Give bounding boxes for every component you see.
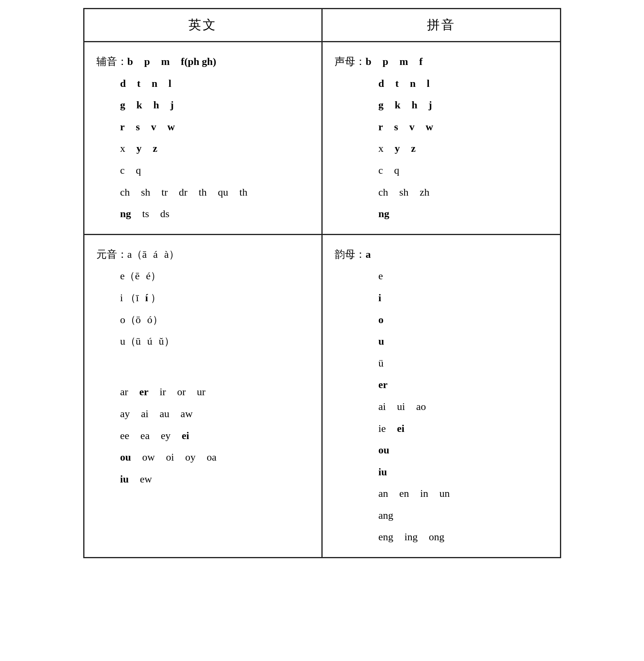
z: z <box>153 143 158 154</box>
pm-f: f <box>419 56 423 67</box>
shengmu-line5: xyz <box>335 138 548 160</box>
y: y <box>137 143 142 154</box>
shengmu-line7: chshzh <box>335 182 548 204</box>
ym-an: an <box>378 488 388 499</box>
vowel-line-ou: ouowoioyoa <box>96 447 310 469</box>
yunmu-line6: ü <box>335 353 548 375</box>
ym-ui: ui <box>397 401 405 412</box>
ym-e: e <box>378 270 383 282</box>
x: x <box>120 143 125 154</box>
r: r <box>120 121 125 133</box>
c: c <box>120 165 125 176</box>
tr: tr <box>161 186 168 198</box>
consonants-line3: gkhj <box>96 94 310 116</box>
ev-u: u（ūúŭ） <box>120 335 174 347</box>
pm-j: j <box>429 99 432 111</box>
h: h <box>153 99 159 111</box>
consonants-line4: rsvw <box>96 116 310 138</box>
yunmu-line-ang: ang <box>335 505 548 527</box>
vowel-line4: o（ōó） <box>96 309 310 331</box>
header-pinyin: 拼音 <box>323 9 560 41</box>
j: j <box>170 99 174 111</box>
ev-or: or <box>177 386 186 398</box>
pm-t: t <box>395 78 399 89</box>
pm-b: b <box>366 56 371 67</box>
ev-iu: iu <box>120 473 129 485</box>
english-vowels-cell: 元音：a（āáà） e（ēé） i （īí ） o（ōó） u（ūúŭ） are… <box>84 235 323 557</box>
consonants-row: 辅音：bpmf(ph gh) dtnl gkhj rsvw xyz cq chs… <box>84 42 560 235</box>
shengmu-line8: ng <box>335 203 548 225</box>
ym-eng: eng <box>378 531 393 543</box>
ym-ei: ei <box>397 423 405 434</box>
pm-h: h <box>411 99 417 111</box>
pm-x: x <box>378 143 384 154</box>
consonants-line6: cq <box>96 160 310 182</box>
b: b <box>127 56 133 67</box>
ym-ou: ou <box>378 444 389 456</box>
ym-iu: iu <box>378 466 387 478</box>
ev-oa: oa <box>207 451 217 463</box>
vowel-line-ee: eeeaeyei <box>96 425 310 447</box>
pinyin-vowels-cell: 韵母：a e i o u ü er aiuiao <box>323 235 560 557</box>
pm-s: s <box>394 121 398 133</box>
pm-q: q <box>394 165 399 176</box>
ev-ew: ew <box>140 473 152 485</box>
dr: dr <box>179 186 188 198</box>
shengmu-line3: gkhj <box>335 94 548 116</box>
yunmu-line5: u <box>335 331 548 353</box>
pm-w: w <box>426 121 433 133</box>
shengmu-line6: cq <box>335 160 548 182</box>
k: k <box>137 99 142 111</box>
ev-ar: ar <box>120 386 128 398</box>
pm-sh: sh <box>399 186 409 198</box>
g: g <box>120 99 125 111</box>
ym-ong: ong <box>429 531 444 543</box>
yunmu-line7: er <box>335 374 548 396</box>
yunmu-line-ie: ieei <box>335 418 548 440</box>
th2: th <box>239 186 247 198</box>
consonants-line1: 辅音：bpmf(ph gh) <box>96 51 310 73</box>
ds: ds <box>160 208 169 220</box>
ev-aw: aw <box>180 408 192 420</box>
vowel-line-iu: iuew <box>96 469 310 490</box>
ev-a: a（āáà） <box>127 249 179 260</box>
yunmu-line2: e <box>335 265 548 287</box>
f-ph-gh: f(ph gh) <box>181 56 216 67</box>
pm-r: r <box>378 121 383 133</box>
vowel-line3: i （īí ） <box>96 287 310 309</box>
yunmu-line-ou: ou <box>335 439 548 461</box>
label-fuyin: 辅音： <box>96 56 127 67</box>
q: q <box>136 165 141 176</box>
l: l <box>168 78 171 89</box>
ev-ea: ea <box>141 430 150 441</box>
vowel-line-ar: arerirorur <box>96 381 310 403</box>
ng: ng <box>120 208 131 220</box>
ym-en: en <box>399 488 409 499</box>
yunmu-line-ai: aiuiao <box>335 396 548 418</box>
pm-l: l <box>427 78 430 89</box>
v: v <box>151 121 156 133</box>
english-consonants-cell: 辅音：bpmf(ph gh) dtnl gkhj rsvw xyz cq chs… <box>84 42 323 234</box>
label-yunmu: 韵母： <box>335 249 366 260</box>
label-shengmu: 声母： <box>335 56 366 67</box>
t: t <box>137 78 141 89</box>
pm-z: z <box>411 143 416 154</box>
s: s <box>136 121 140 133</box>
vowel-spacer <box>96 360 310 382</box>
ym-u: u <box>378 335 384 347</box>
ym-ai: ai <box>378 401 386 412</box>
sh: sh <box>141 186 150 198</box>
pm-d: d <box>378 78 384 89</box>
vowel-line-ay: ayaiauaw <box>96 403 310 425</box>
ym-ie: ie <box>378 423 386 434</box>
ev-ay: ay <box>120 408 130 420</box>
ev-i: i （īí ） <box>120 292 161 304</box>
ym-ang: ang <box>378 510 393 521</box>
ev-er: er <box>139 386 149 398</box>
ym-un: un <box>439 488 450 499</box>
pm-g: g <box>378 99 384 111</box>
ym-in: in <box>420 488 428 499</box>
ev-oi: oi <box>166 451 174 463</box>
ch: ch <box>120 186 130 198</box>
ev-ey: ey <box>161 430 171 441</box>
